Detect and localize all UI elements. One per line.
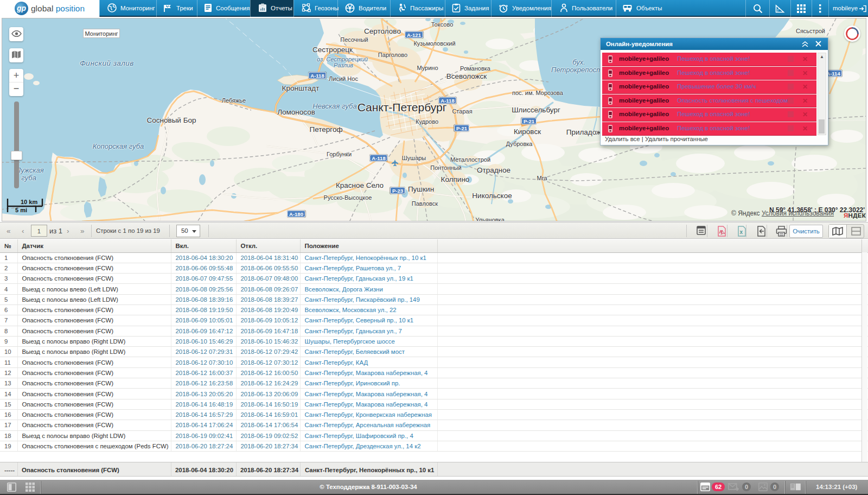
svg-text:x: x xyxy=(740,229,743,235)
